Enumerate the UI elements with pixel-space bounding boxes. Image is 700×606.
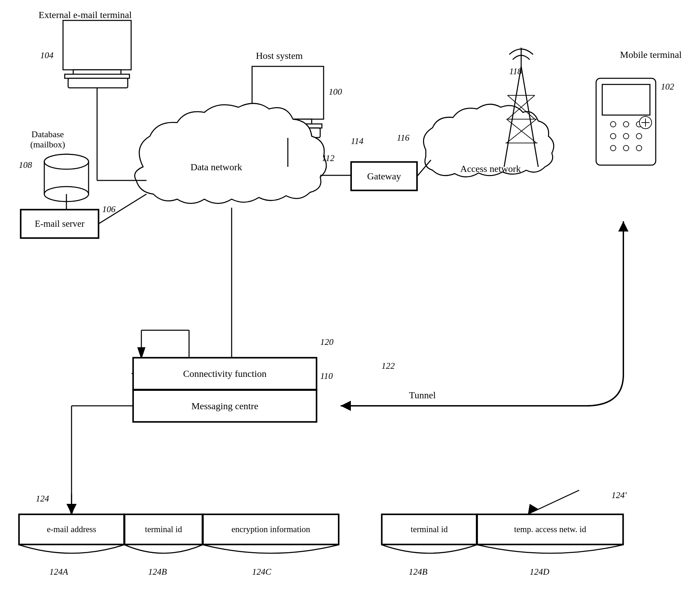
ref-124prime: 124' (611, 490, 627, 500)
email-address-cell: e-mail address (19, 514, 124, 545)
ref-124D: 124D (530, 567, 549, 577)
ref-108: 108 (19, 160, 32, 170)
ref-124A: 124A (49, 567, 68, 577)
external-email-terminal-label: External e-mail terminal (37, 10, 133, 20)
svg-rect-18 (602, 84, 650, 115)
ref-112: 112 (322, 153, 335, 163)
terminal-id-right-cell: terminal id (382, 514, 477, 545)
ref-104: 104 (40, 50, 53, 61)
svg-point-24 (636, 133, 642, 139)
svg-point-11 (44, 154, 89, 169)
ref-124B-right: 124B (409, 567, 427, 577)
svg-point-21 (636, 122, 642, 127)
terminal-id-left-cell: terminal id (124, 514, 203, 545)
svg-marker-59 (341, 401, 351, 411)
svg-rect-10 (257, 128, 320, 138)
ref-124C: 124C (252, 567, 271, 577)
svg-point-20 (623, 122, 629, 127)
ref-116: 116 (397, 133, 409, 143)
svg-point-28 (639, 116, 652, 129)
ref-100: 100 (329, 87, 342, 97)
svg-rect-7 (252, 66, 324, 119)
connectivity-function-box: Connectivity function (133, 357, 317, 390)
ref-120: 120 (320, 337, 333, 347)
svg-point-25 (610, 145, 616, 151)
mobile-terminal-label: Mobile terminal (620, 49, 695, 60)
svg-point-14 (44, 154, 89, 169)
temp-access-cell: temp. access netw. id (477, 514, 623, 545)
ref-124: 124 (36, 494, 49, 504)
svg-point-27 (636, 145, 642, 151)
svg-line-32 (521, 66, 538, 167)
svg-line-39 (507, 119, 536, 143)
svg-line-31 (504, 66, 521, 167)
ref-122: 122 (382, 361, 395, 371)
svg-line-66 (528, 490, 579, 514)
svg-line-38 (507, 119, 536, 143)
ref-106: 106 (102, 204, 115, 214)
email-server-box: E-mail server (20, 209, 99, 238)
data-network-label: Data network (174, 162, 259, 173)
svg-point-13 (44, 187, 89, 202)
svg-point-19 (610, 122, 616, 127)
svg-rect-17 (596, 78, 656, 165)
svg-rect-9 (254, 124, 322, 128)
svg-point-23 (623, 133, 629, 139)
ref-124B-left: 124B (148, 567, 167, 577)
ref-102: 102 (661, 82, 674, 92)
svg-rect-12 (44, 162, 89, 194)
svg-rect-4 (73, 70, 121, 76)
access-network-label: Access network (436, 163, 545, 174)
tunnel-label: Tunnel (375, 390, 470, 401)
svg-rect-3 (63, 20, 131, 70)
svg-line-37 (508, 95, 535, 119)
svg-line-36 (508, 95, 535, 119)
encryption-info-cell: encryption information (203, 514, 339, 545)
svg-marker-60 (618, 221, 628, 232)
ref-118: 118 (509, 66, 522, 77)
svg-rect-5 (65, 74, 129, 78)
svg-line-54 (417, 160, 431, 176)
gateway-box: Gateway (351, 162, 417, 191)
messaging-centre-box: Messaging centre (133, 390, 317, 422)
svg-rect-8 (264, 119, 312, 125)
svg-rect-6 (68, 78, 128, 88)
svg-marker-65 (66, 504, 77, 514)
database-label: Database (mailbox) (17, 129, 78, 150)
ref-110: 110 (320, 371, 333, 381)
svg-point-22 (610, 133, 616, 139)
svg-marker-67 (528, 504, 538, 514)
ref-114: 114 (351, 136, 363, 146)
svg-point-26 (623, 145, 629, 151)
host-system-label: Host system (245, 50, 313, 61)
